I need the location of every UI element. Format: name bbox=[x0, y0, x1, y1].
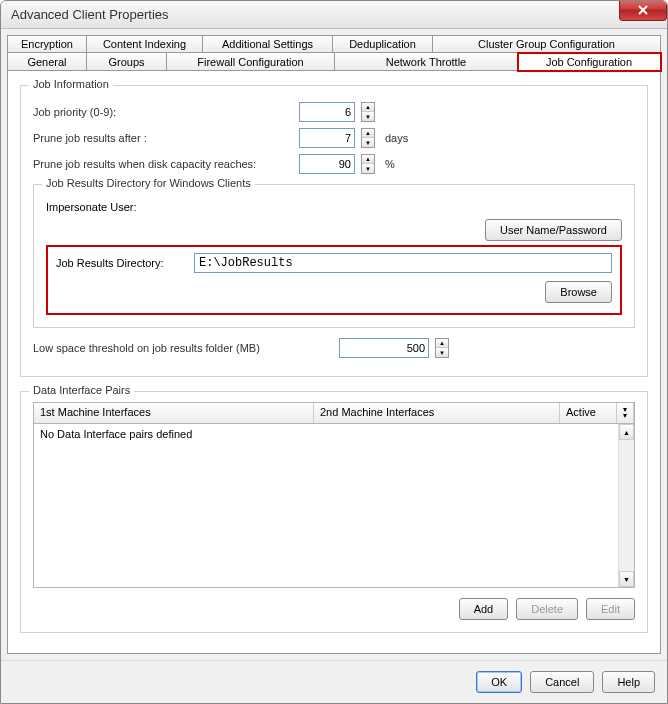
job-results-directory-input[interactable] bbox=[194, 253, 612, 273]
chevron-up-icon[interactable]: ▲ bbox=[436, 339, 448, 348]
job-priority-spinner: ▲ ▼ bbox=[361, 102, 375, 122]
tab-content-indexing[interactable]: Content Indexing bbox=[87, 35, 203, 53]
chevron-down-icon[interactable]: ▼ bbox=[362, 112, 374, 121]
pairs-empty-message: No Data Interface pairs defined bbox=[40, 428, 192, 440]
prune-capacity-spinner: ▲ ▼ bbox=[361, 154, 375, 174]
pairs-list-body[interactable]: No Data Interface pairs defined ▲ ▼ bbox=[33, 424, 635, 588]
tab-row-1: Encryption Content Indexing Additional S… bbox=[7, 35, 661, 53]
double-chevron-down-icon: ▾▾ bbox=[623, 407, 627, 419]
pairs-list-header: 1st Machine Interfaces 2nd Machine Inter… bbox=[33, 402, 635, 424]
chevron-up-icon[interactable]: ▲ bbox=[362, 155, 374, 164]
column-chooser-button[interactable]: ▾▾ bbox=[616, 403, 634, 423]
prune-after-spinner: ▲ ▼ bbox=[361, 128, 375, 148]
tab-deduplication[interactable]: Deduplication bbox=[333, 35, 433, 53]
col-active[interactable]: Active bbox=[560, 403, 616, 423]
tab-body-job-configuration: Job Information Job priority (0-9): ▲ ▼ … bbox=[7, 71, 661, 654]
prune-after-unit: days bbox=[385, 132, 408, 144]
prune-after-label: Prune job results after : bbox=[33, 132, 293, 144]
scroll-up-icon[interactable]: ▲ bbox=[619, 424, 634, 440]
tab-network-throttle[interactable]: Network Throttle bbox=[335, 53, 518, 71]
prune-capacity-label: Prune job results when disk capacity rea… bbox=[33, 158, 293, 170]
job-information-legend: Job Information bbox=[29, 78, 113, 90]
windows-clients-legend: Job Results Directory for Windows Client… bbox=[42, 177, 255, 189]
low-space-label: Low space threshold on job results folde… bbox=[33, 342, 333, 354]
chevron-down-icon[interactable]: ▼ bbox=[362, 164, 374, 173]
chevron-up-icon[interactable]: ▲ bbox=[362, 129, 374, 138]
window-title: Advanced Client Properties bbox=[11, 7, 169, 22]
job-priority-input[interactable] bbox=[299, 102, 355, 122]
job-information-group: Job Information Job priority (0-9): ▲ ▼ … bbox=[20, 85, 648, 377]
data-interface-pairs-group: Data Interface Pairs 1st Machine Interfa… bbox=[20, 391, 648, 633]
dialog-content: Encryption Content Indexing Additional S… bbox=[1, 29, 667, 660]
add-button[interactable]: Add bbox=[459, 598, 509, 620]
row-job-priority: Job priority (0-9): ▲ ▼ bbox=[33, 102, 635, 122]
tab-row-2: General Groups Firewall Configuration Ne… bbox=[7, 53, 661, 71]
row-prune-after: Prune job results after : ▲ ▼ days bbox=[33, 128, 635, 148]
job-priority-label: Job priority (0-9): bbox=[33, 106, 293, 118]
chevron-down-icon[interactable]: ▼ bbox=[436, 348, 448, 357]
col-2nd-machine[interactable]: 2nd Machine Interfaces bbox=[314, 403, 560, 423]
job-results-directory-highlight: Job Results Directory: Browse bbox=[46, 245, 622, 315]
edit-button[interactable]: Edit bbox=[586, 598, 635, 620]
cancel-button[interactable]: Cancel bbox=[530, 671, 594, 693]
dialog-footer: OK Cancel Help bbox=[1, 660, 667, 703]
titlebar[interactable]: Advanced Client Properties bbox=[1, 1, 667, 29]
low-space-input[interactable] bbox=[339, 338, 429, 358]
tab-groups[interactable]: Groups bbox=[87, 53, 167, 71]
ok-button[interactable]: OK bbox=[476, 671, 522, 693]
job-results-directory-label: Job Results Directory: bbox=[56, 257, 186, 269]
tabstrip: Encryption Content Indexing Additional S… bbox=[7, 35, 661, 71]
impersonate-user-label: Impersonate User: bbox=[46, 201, 136, 213]
advanced-client-properties-dialog: Advanced Client Properties Encryption Co… bbox=[0, 0, 668, 704]
data-interface-pairs-legend: Data Interface Pairs bbox=[29, 384, 134, 396]
browse-button[interactable]: Browse bbox=[545, 281, 612, 303]
prune-capacity-unit: % bbox=[385, 158, 395, 170]
row-prune-capacity: Prune job results when disk capacity rea… bbox=[33, 154, 635, 174]
tab-firewall-configuration[interactable]: Firewall Configuration bbox=[167, 53, 335, 71]
tab-additional-settings[interactable]: Additional Settings bbox=[203, 35, 333, 53]
col-1st-machine[interactable]: 1st Machine Interfaces bbox=[34, 403, 314, 423]
delete-button[interactable]: Delete bbox=[516, 598, 578, 620]
low-space-spinner: ▲ ▼ bbox=[435, 338, 449, 358]
close-button[interactable] bbox=[619, 0, 667, 21]
row-impersonate: Impersonate User: bbox=[46, 201, 622, 213]
chevron-up-icon[interactable]: ▲ bbox=[362, 103, 374, 112]
prune-capacity-input[interactable] bbox=[299, 154, 355, 174]
user-name-password-button[interactable]: User Name/Password bbox=[485, 219, 622, 241]
help-button[interactable]: Help bbox=[602, 671, 655, 693]
prune-after-input[interactable] bbox=[299, 128, 355, 148]
chevron-down-icon[interactable]: ▼ bbox=[362, 138, 374, 147]
windows-clients-group: Job Results Directory for Windows Client… bbox=[33, 184, 635, 328]
vertical-scrollbar[interactable]: ▲ ▼ bbox=[618, 424, 634, 587]
tab-cluster-group-configuration[interactable]: Cluster Group Configuration bbox=[433, 35, 661, 53]
tab-general[interactable]: General bbox=[7, 53, 87, 71]
tab-job-configuration[interactable]: Job Configuration bbox=[518, 53, 661, 71]
close-icon bbox=[638, 5, 648, 15]
scroll-down-icon[interactable]: ▼ bbox=[619, 571, 634, 587]
row-low-space: Low space threshold on job results folde… bbox=[33, 338, 635, 358]
tab-encryption[interactable]: Encryption bbox=[7, 35, 87, 53]
